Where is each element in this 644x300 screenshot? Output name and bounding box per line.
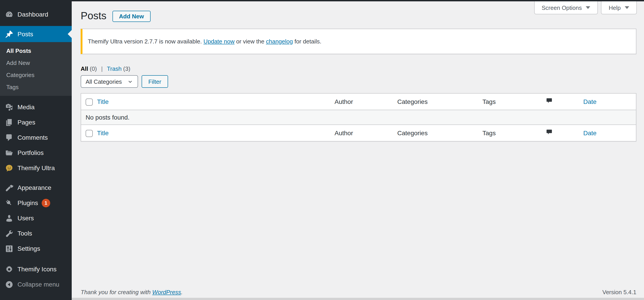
tags-column-header: Tags — [478, 93, 541, 110]
sidebar-item-label: Comments — [18, 134, 48, 141]
tags-column-header: Tags — [478, 125, 541, 141]
changelog-link[interactable]: changelog — [266, 38, 293, 45]
dashboard-icon — [4, 10, 14, 19]
top-edge-bar — [0, 0, 644, 1]
admin-footer: Thank you for creating with WordPress. V… — [81, 289, 636, 296]
select-all-checkbox[interactable] — [86, 98, 93, 105]
table-filter-bar: All Categories Filter — [81, 75, 636, 88]
comments-column-icon — [545, 128, 553, 136]
media-icon — [4, 102, 14, 111]
footer-thanks: Thank you for creating with WordPress. — [81, 289, 182, 296]
plug-icon — [4, 198, 14, 207]
sliders-icon — [4, 244, 14, 253]
add-new-button[interactable]: Add New — [112, 10, 150, 22]
screen-options-button[interactable]: Screen Options — [534, 1, 598, 14]
submenu-label: Add New — [6, 59, 30, 66]
sidebar-item-label: Dashboard — [18, 11, 48, 18]
pages-icon — [4, 118, 14, 127]
posts-submenu: All Posts Add New Categories Tags — [0, 42, 72, 96]
notice-text: or view the — [236, 38, 264, 45]
view-separator: | — [101, 65, 103, 72]
chevron-down-icon — [586, 6, 590, 9]
view-all-link[interactable]: All — [81, 65, 88, 72]
submenu-item-add-new[interactable]: Add New — [0, 57, 72, 69]
table-footer-row: Title Author Categories Tags Date — [81, 125, 636, 141]
view-filter-links: All (0) | Trash (3) — [81, 65, 636, 72]
sidebar-item-plugins[interactable]: Plugins 1 — [0, 195, 72, 210]
chevron-down-icon — [625, 6, 629, 9]
collapse-arrow-icon — [4, 280, 14, 289]
view-trash-count: (3) — [123, 65, 130, 72]
sidebar-item-themify-ultra[interactable]: Themify Ultra — [0, 160, 72, 176]
themify-smiley-icon — [4, 163, 14, 172]
update-notice: Themify Ultra version 2.7.7 is now avail… — [81, 29, 636, 54]
sidebar-item-comments[interactable]: Comments — [0, 130, 72, 145]
empty-message: No posts found. — [81, 110, 636, 125]
sidebar-item-label: Posts — [18, 30, 33, 38]
sort-by-date-link[interactable]: Date — [583, 98, 596, 105]
user-icon — [4, 214, 14, 223]
sidebar-item-pages[interactable]: Pages — [0, 115, 72, 130]
sidebar-item-media[interactable]: Media — [0, 99, 72, 115]
update-now-link[interactable]: Update now — [204, 38, 234, 45]
sidebar-item-appearance[interactable]: Appearance — [0, 180, 72, 195]
folder-icon — [4, 148, 14, 157]
sidebar-item-label: Themify Icons — [18, 266, 56, 273]
admin-sidebar: Dashboard Posts All Posts Add New Catego… — [0, 0, 72, 300]
submenu-label: Categories — [6, 72, 34, 78]
category-filter-select[interactable]: All Categories — [81, 75, 138, 88]
speech-bubble-icon — [4, 133, 14, 142]
submenu-item-categories[interactable]: Categories — [0, 69, 72, 81]
posts-list-table: Title Author Categories Tags Date — [81, 93, 636, 141]
gear-icon — [4, 265, 14, 274]
wordpress-admin-screen: Dashboard Posts All Posts Add New Catego… — [0, 0, 644, 300]
submenu-item-all-posts[interactable]: All Posts — [0, 45, 72, 57]
sidebar-item-tools[interactable]: Tools — [0, 226, 72, 241]
help-button[interactable]: Help — [601, 1, 637, 14]
plugins-update-badge: 1 — [42, 199, 50, 207]
sort-by-title-link[interactable]: Title — [97, 98, 109, 105]
sidebar-item-themify-icons[interactable]: Themify Icons — [0, 262, 72, 277]
wrench-icon — [4, 229, 14, 238]
view-all-count: (0) — [90, 65, 97, 72]
submenu-item-tags[interactable]: Tags — [0, 81, 72, 93]
sort-by-title-link[interactable]: Title — [97, 129, 109, 137]
screen-options-label: Screen Options — [542, 4, 582, 11]
wordpress-link[interactable]: WordPress — [152, 289, 181, 296]
paintbrush-icon — [4, 183, 14, 192]
footer-thanks-text: Thank you for creating with — [81, 289, 150, 296]
sidebar-item-label: Collapse menu — [18, 281, 60, 288]
sidebar-item-portfolios[interactable]: Portfolios — [0, 145, 72, 160]
notice-text: Themify Ultra version 2.7.7 is now avail… — [88, 38, 202, 45]
pushpin-icon — [4, 29, 14, 38]
page-wrap: Posts Add New Themify Ultra version 2.7.… — [81, 9, 636, 141]
sidebar-item-posts[interactable]: Posts — [0, 26, 72, 42]
screen-meta-tabs: Screen Options Help — [534, 1, 637, 14]
wordpress-version: Version 5.4.1 — [602, 289, 636, 296]
sidebar-item-label: Media — [18, 103, 34, 111]
sidebar-item-label: Appearance — [18, 184, 51, 191]
bottom-edge-bar — [72, 298, 644, 300]
sidebar-item-label: Plugins — [18, 199, 38, 206]
notice-text: for details. — [294, 38, 321, 45]
footer-period: . — [181, 289, 182, 296]
sidebar-item-label: Tools — [18, 230, 32, 237]
author-column-header: Author — [330, 125, 393, 141]
select-all-checkbox[interactable] — [86, 130, 93, 137]
sidebar-item-label: Portfolios — [18, 149, 44, 156]
no-items-row: No posts found. — [81, 110, 636, 125]
filter-button[interactable]: Filter — [142, 75, 168, 88]
admin-content-area: Screen Options Help Posts Add New Themif… — [72, 0, 644, 300]
category-filter-value: All Categories — [86, 78, 122, 85]
sidebar-item-users[interactable]: Users — [0, 210, 72, 226]
collapse-menu-button[interactable]: Collapse menu — [0, 277, 72, 292]
sidebar-item-label: Settings — [18, 245, 40, 252]
categories-column-header: Categories — [393, 125, 478, 141]
view-trash-link[interactable]: Trash — [107, 65, 122, 72]
submenu-label: Tags — [6, 84, 18, 90]
sidebar-item-dashboard[interactable]: Dashboard — [0, 7, 72, 22]
sidebar-item-settings[interactable]: Settings — [0, 241, 72, 256]
sort-by-date-link[interactable]: Date — [583, 129, 596, 137]
help-label: Help — [609, 4, 621, 11]
author-column-header: Author — [330, 93, 393, 110]
